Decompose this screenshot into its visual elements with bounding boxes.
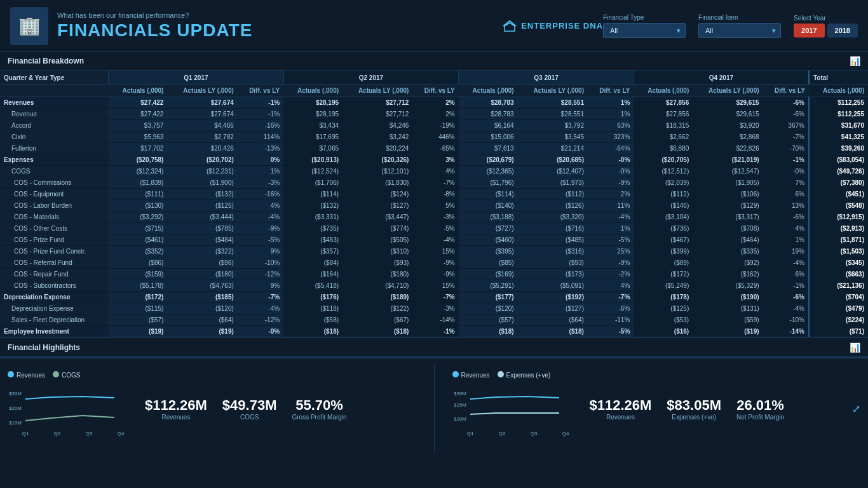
diff-cell: 1% — [588, 223, 634, 234]
diff-cell: -0% — [763, 166, 809, 177]
table-row: COGS($12,324)($12,231)1%($12,524)($12,10… — [0, 166, 868, 177]
table-row: COS - Labor Burden($130)($125)4%($132)($… — [0, 200, 868, 212]
row-label: Sales - Fleet Depreciation — [0, 315, 109, 326]
row-label: Expenses — [0, 154, 109, 166]
col-q1-actuals: Actuals (,000) — [109, 85, 168, 97]
financial-type-select[interactable]: All — [603, 23, 686, 38]
diff-cell: -12% — [238, 269, 283, 280]
table-cell: ($185) — [167, 292, 237, 303]
table-cell: $28,551 — [518, 97, 588, 109]
diff-cell: 63% — [588, 120, 634, 132]
row-label: Depreciation Expense — [0, 303, 109, 315]
table-cell: ($352) — [109, 246, 168, 257]
expand-icon[interactable]: ⤢ — [852, 403, 860, 415]
col-q1-header: Q1 2017 — [109, 71, 284, 85]
chart-left-legend: Revenues COGS — [8, 371, 135, 379]
table-cell: ($3,292) — [109, 212, 168, 223]
diff-cell: -7% — [412, 177, 458, 189]
kpi-net-margin-label: Net Profit Margin — [736, 414, 784, 421]
chart-right-svg: $30M $25M $20M Q1 Q2 Q3 Q4 — [452, 381, 580, 445]
brand-text: ENTERPRISE DNA — [521, 21, 603, 30]
svg-text:Q2: Q2 — [498, 431, 505, 437]
svg-text:Q4: Q4 — [562, 431, 569, 437]
table-cell: ($125) — [634, 303, 693, 315]
table-cell: ($20,758) — [109, 154, 168, 166]
year-2018-button[interactable]: 2018 — [827, 24, 858, 37]
col-q2-diff: Diff. vs LY — [412, 85, 458, 97]
table-cell: ($12,512) — [634, 166, 693, 177]
diff-cell: -11% — [588, 315, 634, 326]
table-cell: ($130) — [109, 200, 168, 212]
col-q4-actuals: Actuals (,000) — [634, 85, 693, 97]
kpi-gross-margin: 55.70% Gross Profit Margin — [292, 397, 346, 421]
financial-type-select-wrapper[interactable]: All — [603, 23, 686, 38]
table-cell: $20,224 — [342, 143, 412, 154]
diff-cell: -3% — [412, 303, 458, 315]
table-cell: $3,242 — [342, 132, 412, 143]
table-cell: $27,422 — [109, 109, 168, 120]
table-cell: ($3,447) — [342, 212, 412, 223]
table-cell: ($159) — [109, 269, 168, 280]
table-cell: ($12,324) — [109, 166, 168, 177]
table-cell: ($189) — [342, 292, 412, 303]
table-cell: ($21,019) — [693, 154, 763, 166]
diff-cell: -13% — [238, 143, 283, 154]
row-label: Depreciation Expense — [0, 292, 109, 303]
total-cell: $112,255 — [809, 109, 868, 120]
svg-text:$25M: $25M — [454, 402, 466, 408]
kpi-net-margin-value: 26.01% — [736, 397, 784, 414]
table-cell: ($112) — [518, 189, 588, 200]
diff-cell: 15% — [412, 246, 458, 257]
financial-item-select-wrapper[interactable]: All — [698, 23, 781, 38]
table-cell: ($112) — [634, 189, 693, 200]
row-label: COS - Equipment — [0, 189, 109, 200]
table-cell: $3,920 — [693, 120, 763, 132]
diff-cell: -8% — [412, 189, 458, 200]
kpi-gross-margin-label: Gross Profit Margin — [292, 414, 346, 421]
financial-type-control: Financial Type All — [603, 14, 686, 38]
row-label: COS - Labor Burden — [0, 200, 109, 212]
year-2017-button[interactable]: 2017 — [794, 24, 824, 37]
diff-cell: 446% — [412, 132, 458, 143]
table-cell: ($19) — [167, 326, 237, 338]
diff-cell: -10% — [238, 257, 283, 269]
diff-cell: 1% — [588, 109, 634, 120]
table-cell: ($461) — [109, 234, 168, 246]
table-cell: ($129) — [693, 200, 763, 212]
row-label: Revenues — [0, 97, 109, 109]
table-cell: ($124) — [342, 189, 412, 200]
table-cell: ($114) — [283, 189, 342, 200]
table-cell: ($1,796) — [459, 177, 518, 189]
table-cell: $15,006 — [459, 132, 518, 143]
table-cell: ($132) — [283, 200, 342, 212]
table-row: Accord$3,757$4,466-16%$3,434$4,246-19%$6… — [0, 120, 868, 132]
financial-breakdown-table-container[interactable]: Quarter & Year Type Q1 2017 Q2 2017 Q3 2… — [0, 71, 868, 337]
diff-cell: -7% — [412, 292, 458, 303]
financial-breakdown-header: Financial Breakdown 📊 — [0, 52, 868, 71]
diff-cell: -1% — [238, 109, 283, 120]
table-cell: $6,880 — [634, 143, 693, 154]
diff-cell: -1% — [238, 97, 283, 109]
row-label: COS - Prize Fund Constr. — [0, 246, 109, 257]
diff-cell: -4% — [238, 212, 283, 223]
diff-cell: 6% — [763, 189, 809, 200]
total-cell: ($224) — [809, 315, 868, 326]
table-cell: ($131) — [693, 303, 763, 315]
col-q1-diff: Diff. vs LY — [238, 85, 283, 97]
diff-cell: -14% — [763, 326, 809, 338]
brand-icon — [502, 20, 517, 32]
col-total-actuals: Actuals (,000) — [809, 85, 868, 97]
table-cell: ($4,763) — [167, 280, 237, 292]
diff-cell: -9% — [412, 269, 458, 280]
row-label: COS - Referral Fund — [0, 257, 109, 269]
svg-text:Q1: Q1 — [466, 431, 473, 437]
table-cell: $2,662 — [634, 132, 693, 143]
col-q2-actuals: Actuals (,000) — [283, 85, 342, 97]
table-cell: ($1,830) — [342, 177, 412, 189]
financial-item-select[interactable]: All — [698, 23, 781, 38]
diff-cell: -16% — [238, 189, 283, 200]
table-cell: ($1,706) — [283, 177, 342, 189]
diff-cell: -5% — [412, 223, 458, 234]
row-label: COS - Repair Fund — [0, 269, 109, 280]
col-q2-actuals-ly: Actuals LY (,000) — [342, 85, 412, 97]
